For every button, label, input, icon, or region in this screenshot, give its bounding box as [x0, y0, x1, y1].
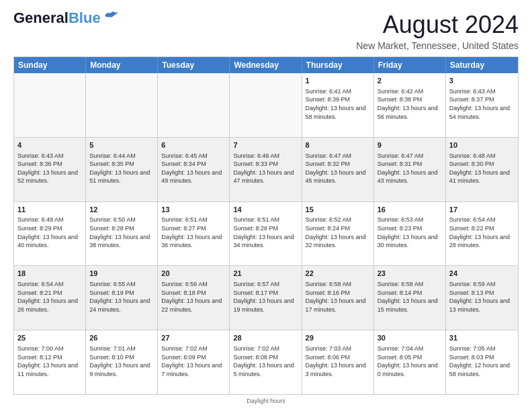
day-number: 2 — [378, 76, 442, 86]
day-number: 9 — [378, 140, 442, 150]
calendar-cell: 13Sunrise: 6:51 AMSunset: 8:27 PMDayligh… — [158, 202, 230, 266]
calendar-cell: 12Sunrise: 6:50 AMSunset: 8:28 PMDayligh… — [86, 202, 158, 266]
calendar-cell: 11Sunrise: 6:49 AMSunset: 8:29 PMDayligh… — [14, 202, 86, 266]
calendar-week-row: 1Sunrise: 6:41 AMSunset: 8:39 PMDaylight… — [14, 73, 518, 137]
day-number: 22 — [306, 269, 370, 279]
calendar-cell: 8Sunrise: 6:47 AMSunset: 8:32 PMDaylight… — [302, 138, 374, 201]
calendar-cell: 25Sunrise: 7:00 AMSunset: 8:12 PMDayligh… — [14, 330, 86, 394]
day-number: 30 — [378, 333, 442, 343]
cell-details: Sunrise: 6:47 AMSunset: 8:31 PMDaylight:… — [378, 152, 442, 185]
cell-details: Sunrise: 6:42 AMSunset: 8:38 PMDaylight:… — [378, 87, 442, 121]
day-number: 16 — [378, 205, 442, 215]
day-number: 25 — [17, 333, 82, 343]
day-number: 4 — [17, 140, 82, 150]
cell-details: Sunrise: 6:48 AMSunset: 8:30 PMDaylight:… — [449, 152, 515, 185]
calendar-header-cell: Thursday — [302, 57, 374, 73]
calendar-cell: 4Sunrise: 6:43 AMSunset: 8:36 PMDaylight… — [14, 138, 86, 201]
day-number: 5 — [89, 140, 154, 150]
day-number: 28 — [233, 333, 298, 343]
day-number: 21 — [233, 269, 298, 279]
calendar-cell: 14Sunrise: 6:51 AMSunset: 8:26 PMDayligh… — [230, 202, 302, 266]
calendar-week-row: 11Sunrise: 6:49 AMSunset: 8:29 PMDayligh… — [14, 201, 518, 266]
page: GeneralBlue August 2024 New Market, Tenn… — [0, 0, 532, 411]
cell-details: Sunrise: 6:41 AMSunset: 8:39 PMDaylight:… — [306, 87, 370, 121]
calendar-cell: 16Sunrise: 6:53 AMSunset: 8:23 PMDayligh… — [374, 202, 446, 266]
cell-details: Sunrise: 6:55 AMSunset: 8:19 PMDaylight:… — [89, 280, 154, 314]
calendar-cell: 31Sunrise: 7:05 AMSunset: 8:03 PMDayligh… — [446, 330, 518, 394]
calendar: SundayMondayTuesdayWednesdayThursdayFrid… — [13, 56, 519, 395]
calendar-week-row: 4Sunrise: 6:43 AMSunset: 8:36 PMDaylight… — [14, 137, 518, 201]
logo-bird-icon — [103, 10, 118, 21]
calendar-cell: 9Sunrise: 6:47 AMSunset: 8:31 PMDaylight… — [374, 138, 446, 201]
cell-details: Sunrise: 6:53 AMSunset: 8:23 PMDaylight:… — [378, 216, 442, 249]
cell-details: Sunrise: 6:51 AMSunset: 8:27 PMDaylight:… — [161, 216, 226, 249]
header: GeneralBlue August 2024 New Market, Tenn… — [13, 11, 519, 51]
cell-details: Sunrise: 6:57 AMSunset: 8:17 PMDaylight:… — [233, 280, 298, 314]
logo: GeneralBlue — [13, 11, 118, 26]
cell-details: Sunrise: 7:03 AMSunset: 8:06 PMDaylight:… — [306, 345, 370, 378]
cell-details: Sunrise: 7:00 AMSunset: 8:12 PMDaylight:… — [17, 345, 82, 378]
day-number: 3 — [449, 76, 515, 86]
cell-details: Sunrise: 6:52 AMSunset: 8:24 PMDaylight:… — [306, 216, 370, 249]
cell-details: Sunrise: 6:51 AMSunset: 8:26 PMDaylight:… — [233, 216, 298, 249]
calendar-cell: 20Sunrise: 6:56 AMSunset: 8:18 PMDayligh… — [158, 266, 230, 330]
calendar-cell: 1Sunrise: 6:41 AMSunset: 8:39 PMDaylight… — [302, 73, 374, 137]
cell-details: Sunrise: 7:05 AMSunset: 8:03 PMDaylight:… — [449, 345, 515, 378]
calendar-cell: 30Sunrise: 7:04 AMSunset: 8:05 PMDayligh… — [374, 330, 446, 394]
day-number: 8 — [306, 140, 370, 150]
calendar-cell: 23Sunrise: 6:58 AMSunset: 8:14 PMDayligh… — [374, 266, 446, 330]
calendar-cell: 18Sunrise: 6:54 AMSunset: 8:21 PMDayligh… — [14, 266, 86, 330]
calendar-cell: 5Sunrise: 6:44 AMSunset: 8:35 PMDaylight… — [86, 138, 158, 201]
day-number: 13 — [161, 205, 226, 215]
day-number: 23 — [378, 269, 442, 279]
calendar-cell: 3Sunrise: 6:43 AMSunset: 8:37 PMDaylight… — [446, 73, 518, 137]
day-number: 6 — [161, 140, 226, 150]
calendar-cell: 24Sunrise: 6:59 AMSunset: 8:13 PMDayligh… — [446, 266, 518, 330]
day-number: 7 — [233, 140, 298, 150]
cell-details: Sunrise: 6:44 AMSunset: 8:35 PMDaylight:… — [89, 152, 154, 185]
day-number: 20 — [161, 269, 226, 279]
cell-details: Sunrise: 6:45 AMSunset: 8:34 PMDaylight:… — [161, 152, 226, 185]
main-title: August 2024 — [356, 11, 519, 39]
calendar-week-row: 18Sunrise: 6:54 AMSunset: 8:21 PMDayligh… — [14, 265, 518, 330]
calendar-header-cell: Tuesday — [158, 57, 230, 73]
day-number: 17 — [449, 205, 515, 215]
calendar-cell: 27Sunrise: 7:02 AMSunset: 8:09 PMDayligh… — [158, 330, 230, 394]
cell-details: Sunrise: 6:54 AMSunset: 8:21 PMDaylight:… — [17, 280, 82, 314]
logo-text: GeneralBlue — [13, 11, 101, 26]
calendar-header-cell: Sunday — [14, 57, 86, 73]
cell-details: Sunrise: 6:43 AMSunset: 8:36 PMDaylight:… — [17, 152, 82, 185]
day-number: 15 — [306, 205, 370, 215]
day-number: 14 — [233, 205, 298, 215]
calendar-cell — [86, 73, 158, 137]
calendar-cell — [158, 73, 230, 137]
calendar-cell: 2Sunrise: 6:42 AMSunset: 8:38 PMDaylight… — [374, 73, 446, 137]
calendar-cell — [14, 73, 86, 137]
cell-details: Sunrise: 6:54 AMSunset: 8:22 PMDaylight:… — [449, 216, 515, 249]
day-number: 1 — [306, 76, 370, 86]
cell-details: Sunrise: 6:46 AMSunset: 8:33 PMDaylight:… — [233, 152, 298, 185]
day-number: 26 — [89, 333, 154, 343]
day-number: 18 — [17, 269, 82, 279]
calendar-header-cell: Monday — [86, 57, 158, 73]
day-number: 29 — [306, 333, 370, 343]
calendar-cell: 29Sunrise: 7:03 AMSunset: 8:06 PMDayligh… — [302, 330, 374, 394]
day-number: 19 — [89, 269, 154, 279]
subtitle: New Market, Tennessee, United States — [356, 40, 519, 51]
calendar-cell: 28Sunrise: 7:02 AMSunset: 8:08 PMDayligh… — [230, 330, 302, 394]
calendar-cell: 10Sunrise: 6:48 AMSunset: 8:30 PMDayligh… — [446, 138, 518, 201]
calendar-cell: 6Sunrise: 6:45 AMSunset: 8:34 PMDaylight… — [158, 138, 230, 201]
day-number: 10 — [449, 140, 515, 150]
title-section: August 2024 New Market, Tennessee, Unite… — [356, 11, 519, 51]
calendar-week-row: 25Sunrise: 7:00 AMSunset: 8:12 PMDayligh… — [14, 330, 518, 394]
cell-details: Sunrise: 7:04 AMSunset: 8:05 PMDaylight:… — [378, 345, 442, 378]
calendar-cell: 17Sunrise: 6:54 AMSunset: 8:22 PMDayligh… — [446, 202, 518, 266]
cell-details: Sunrise: 7:01 AMSunset: 8:10 PMDaylight:… — [89, 345, 154, 378]
cell-details: Sunrise: 7:02 AMSunset: 8:09 PMDaylight:… — [161, 345, 226, 378]
calendar-header-cell: Friday — [374, 57, 446, 73]
calendar-cell — [230, 73, 302, 137]
calendar-cell: 7Sunrise: 6:46 AMSunset: 8:33 PMDaylight… — [230, 138, 302, 201]
calendar-header: SundayMondayTuesdayWednesdayThursdayFrid… — [14, 57, 518, 73]
day-number: 31 — [449, 333, 515, 343]
cell-details: Sunrise: 6:58 AMSunset: 8:14 PMDaylight:… — [378, 280, 442, 314]
